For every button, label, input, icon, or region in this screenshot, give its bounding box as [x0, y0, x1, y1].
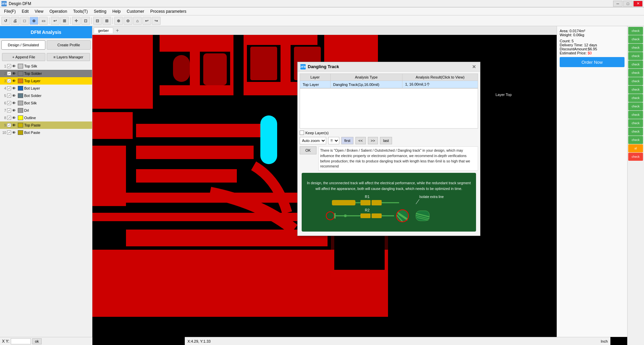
check-button-6[interactable]: check — [628, 77, 643, 85]
menu-customer[interactable]: Customer — [124, 8, 147, 14]
menu-setting[interactable]: Setting — [91, 8, 109, 14]
layer-checkbox[interactable]: ✓ — [7, 94, 11, 98]
layer-row[interactable]: 7 ✓ 👁 Drl — [0, 107, 92, 114]
check-button-1[interactable]: check — [628, 35, 643, 43]
layers-manager-button[interactable]: ≡ Layers Manager — [47, 53, 90, 61]
layer-row[interactable]: 10 ✓ 👁 Bot Paste — [0, 129, 92, 136]
layer-eye-icon[interactable]: 👁 — [12, 86, 17, 90]
order-now-button[interactable]: Order Now — [560, 57, 625, 67]
mode-select[interactable]: !! — [328, 137, 339, 144]
minimize-button[interactable]: ─ — [613, 1, 622, 7]
menu-view[interactable]: View — [32, 8, 46, 14]
check-button-4[interactable]: check — [628, 60, 643, 68]
prev-button[interactable]: << — [355, 137, 366, 144]
svg-rect-17 — [136, 169, 237, 183]
menu-tools[interactable]: Tools(T) — [71, 8, 90, 14]
layer-eye-icon[interactable]: 👁 — [12, 64, 17, 68]
append-file-button[interactable]: + Append File — [2, 53, 45, 61]
table-row[interactable]: Top Layer Dangling Track(1p,16.00mil) 1,… — [300, 81, 478, 88]
layer-row[interactable]: 8 ✓ 👁 Outline — [0, 114, 92, 121]
ok-button[interactable]: OK — [300, 146, 316, 154]
layer-row[interactable]: 5 ✓ 👁 Bot Solder — [0, 92, 92, 99]
layer-eye-icon[interactable]: 👁 — [12, 101, 17, 105]
layer-eye-icon[interactable]: 👁 — [12, 79, 17, 83]
check-button-15[interactable]: check — [628, 153, 643, 161]
toolbar-save[interactable]: □ — [20, 17, 29, 25]
check-button-3[interactable]: check — [628, 52, 643, 60]
layer-row[interactable]: 6 ✓ 👁 Bot Silk — [0, 99, 92, 107]
tab-design-simulated[interactable]: Design / Simulated — [1, 40, 45, 50]
menu-help[interactable]: Help — [110, 8, 124, 14]
layer-checkbox[interactable]: ✓ — [7, 116, 11, 120]
toolbar-print[interactable]: 🖨 — [11, 17, 19, 25]
title-bar-controls[interactable]: ─ □ ✕ — [613, 1, 643, 7]
menu-file[interactable]: File(F) — [1, 8, 18, 14]
toolbar-align[interactable]: ⊟ — [93, 17, 102, 25]
check-button-0[interactable]: check — [628, 27, 643, 35]
check-button-14[interactable]: al — [628, 144, 643, 152]
toolbar-select[interactable]: ⊕ — [30, 17, 38, 25]
dialog-body: Layer Analysis Type Analysis Result(Clic… — [298, 71, 480, 236]
toolbar-redo2[interactable]: ↪ — [152, 17, 161, 25]
layer-eye-icon[interactable]: 👁 — [12, 71, 17, 76]
check-button-11[interactable]: check — [628, 119, 643, 127]
layer-checkbox[interactable]: ✓ — [7, 79, 11, 83]
check-button-2[interactable]: check — [628, 44, 643, 52]
menu-operation[interactable]: Operation — [47, 8, 70, 14]
checkbox[interactable] — [300, 131, 304, 135]
layer-eye-icon[interactable]: 👁 — [12, 131, 17, 135]
layer-checkbox[interactable]: ✓ — [7, 64, 11, 68]
toolbar-undo[interactable]: ↩ — [142, 17, 151, 25]
layer-eye-icon[interactable]: 👁 — [12, 108, 17, 112]
check-button-7[interactable]: check — [628, 86, 643, 94]
check-button-8[interactable]: check — [628, 94, 643, 102]
add-tab-button[interactable]: + — [116, 28, 119, 34]
layer-eye-icon[interactable]: 👁 — [12, 94, 17, 98]
toolbar-zoom-in[interactable]: ⊕ — [114, 17, 123, 25]
toolbar-move[interactable]: ✛ — [72, 17, 81, 25]
menu-edit[interactable]: Edit — [19, 8, 32, 14]
layer-row[interactable]: 3 ✓ 👁 Top Layer — [0, 77, 92, 85]
toolbar-redo[interactable]: ⊞ — [60, 17, 69, 25]
first-button[interactable]: first — [341, 137, 353, 144]
layer-row[interactable]: 1 ✓ 👁 Top Silk — [0, 62, 92, 70]
check-button-12[interactable]: check — [628, 128, 643, 136]
keep-layer-checkbox[interactable]: Keep Layer(s) — [300, 131, 329, 135]
layer-checkbox[interactable]: ✓ — [7, 86, 11, 90]
check-button-9[interactable]: check — [628, 102, 643, 110]
layer-checkbox[interactable]: ✓ — [7, 101, 11, 105]
check-button-10[interactable]: check — [628, 111, 643, 119]
restore-button[interactable]: □ — [623, 1, 633, 7]
layer-checkbox[interactable]: ✓ — [7, 123, 11, 127]
menu-process[interactable]: Process parameters — [147, 8, 189, 14]
tab-create-profile[interactable]: Create Profile — [47, 40, 91, 50]
dangling-track-dialog[interactable]: DFM Dangling Track ✕ Layer Analysis Type… — [297, 62, 480, 236]
layer-checkbox[interactable]: ✓ — [7, 108, 11, 112]
last-button[interactable]: last — [380, 137, 392, 144]
gerber-tab[interactable]: gerber — [94, 28, 113, 33]
toolbar-view[interactable]: ▭ — [39, 17, 48, 25]
layer-eye-icon[interactable]: 👁 — [12, 123, 17, 127]
layer-checkbox[interactable]: ✓ — [7, 131, 11, 135]
close-button[interactable]: ✕ — [633, 1, 643, 7]
check-button-13[interactable]: check — [628, 136, 643, 144]
zoom-select[interactable]: Auto zoom — [300, 137, 326, 144]
nav-row: Auto zoom !! first << >> last — [300, 137, 478, 144]
xy-ok-button[interactable]: ok — [32, 338, 42, 344]
toolbar-undo2[interactable]: ↩ — [51, 17, 59, 25]
next-button[interactable]: >> — [368, 137, 378, 144]
layer-row[interactable]: 2 ✓ 👁 Top Solder — [0, 70, 92, 77]
toolbar-zoom-out[interactable]: ⊖ — [124, 17, 132, 25]
svg-rect-38 — [360, 213, 371, 218]
toolbar-group[interactable]: ⊞ — [102, 17, 111, 25]
check-button-5[interactable]: check — [628, 69, 643, 77]
dialog-close-button[interactable]: ✕ — [471, 63, 477, 70]
toolbar-home[interactable]: ⌂ — [133, 17, 142, 25]
toolbar-route[interactable]: ⊡ — [81, 17, 90, 25]
layer-eye-icon[interactable]: 👁 — [12, 116, 17, 120]
layer-row[interactable]: 4 ✓ 👁 Bot Layer — [0, 85, 92, 92]
xy-input[interactable] — [11, 338, 31, 344]
toolbar-new[interactable]: ↺ — [1, 17, 10, 25]
layer-checkbox[interactable]: ✓ — [7, 71, 11, 76]
layer-row[interactable]: 9 ✓ 👁 Top Paste — [0, 121, 92, 129]
